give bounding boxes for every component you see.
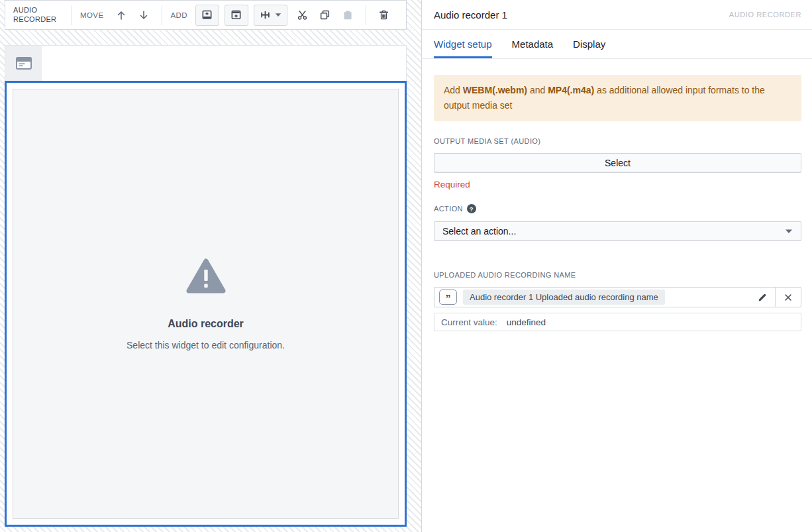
add-group-label: ADD xyxy=(170,11,187,19)
clipboard-icon xyxy=(342,10,353,21)
tab-metadata[interactable]: Metadata xyxy=(512,30,554,58)
selected-widget-canvas: Audio recorder Select this widget to edi… xyxy=(5,81,407,527)
required-error-text: Required xyxy=(434,180,801,189)
current-value-text: undefined xyxy=(507,317,546,327)
workshop-editor: AUDIO RECORDER MOVE ADD xyxy=(0,0,812,532)
paste-button[interactable] xyxy=(338,5,358,25)
warning-triangle-icon xyxy=(185,257,227,295)
widget-instance-title: Audio recorder 1 xyxy=(434,9,507,21)
delete-widget-button[interactable] xyxy=(374,5,394,25)
pencil-icon xyxy=(757,292,768,303)
recording-name-value-chip[interactable]: Audio recorder 1 Uploaded audio recordin… xyxy=(463,290,665,305)
widget-list-tab[interactable] xyxy=(5,46,42,81)
widget-config-panel: Audio recorder 1 AUDIO RECORDER Widget s… xyxy=(421,0,812,532)
toolbar-divider xyxy=(162,5,162,25)
placeholder-subtitle: Select this widget to edit configuration… xyxy=(127,340,285,350)
copy-button[interactable] xyxy=(315,5,335,25)
panel-tabs: Widget setup Metadata Display xyxy=(422,30,812,59)
caret-down-icon xyxy=(785,229,793,234)
cut-button[interactable] xyxy=(293,5,313,25)
move-up-button[interactable] xyxy=(111,5,131,25)
field-label-text: UPLOADED AUDIO RECORDING NAME xyxy=(434,271,576,279)
tab-widget-setup[interactable]: Widget setup xyxy=(434,30,492,58)
canvas-tab-strip xyxy=(5,45,407,81)
recording-name-input-row: ” Audio recorder 1 Uploaded audio record… xyxy=(434,287,801,307)
field-label-text: ACTION xyxy=(434,205,463,213)
add-widget-below-button[interactable] xyxy=(225,5,248,26)
help-icon[interactable] xyxy=(467,204,476,213)
string-literal-icon: ” xyxy=(439,290,457,305)
tab-label: Metadata xyxy=(512,38,554,50)
close-icon xyxy=(784,293,793,302)
tab-label: Widget setup xyxy=(434,38,492,50)
move-group-label: MOVE xyxy=(80,11,103,19)
callout-format-mp4: MP4(.m4a) xyxy=(548,85,594,95)
select-media-set-button[interactable]: Select xyxy=(434,153,801,173)
arrow-up-icon xyxy=(115,9,127,21)
canvas-pane: AUDIO RECORDER MOVE ADD xyxy=(0,0,421,532)
add-row-bottom-icon xyxy=(230,9,242,21)
current-value-row: Current value: undefined xyxy=(434,313,801,331)
widget-toolbar: AUDIO RECORDER MOVE ADD xyxy=(5,0,407,30)
selected-widget-type-label: AUDIO RECORDER xyxy=(13,6,64,25)
clear-value-button[interactable] xyxy=(776,288,801,307)
callout-format-webm: WEBM(.webm) xyxy=(463,85,527,95)
add-widget-above-button[interactable] xyxy=(195,5,219,26)
tab-display[interactable]: Display xyxy=(573,30,605,58)
arrow-down-icon xyxy=(138,9,150,21)
select-button-label: Select xyxy=(605,158,631,168)
widget-setup-content: Add WEBM(.webm) and MP4(.m4a) as additio… xyxy=(422,59,812,331)
field-label-text: OUTPUT MEDIA SET (AUDIO) xyxy=(434,137,540,145)
output-media-set-label: OUTPUT MEDIA SET (AUDIO) xyxy=(434,137,801,145)
add-layout-dropdown-button[interactable] xyxy=(254,5,287,26)
callout-text: and xyxy=(527,85,548,95)
audio-recorder-widget-placeholder[interactable]: Audio recorder Select this widget to edi… xyxy=(13,89,399,519)
placeholder-title: Audio recorder xyxy=(168,318,244,330)
window-panel-icon xyxy=(16,57,32,70)
widget-type-badge: AUDIO RECORDER xyxy=(729,11,801,19)
toolbar-divider xyxy=(72,5,72,25)
move-down-button[interactable] xyxy=(134,5,154,25)
edit-value-button[interactable] xyxy=(750,288,775,307)
tab-label: Display xyxy=(573,38,605,50)
chevron-down-icon xyxy=(275,13,281,17)
add-column-icon xyxy=(260,9,271,21)
format-warning-callout: Add WEBM(.webm) and MP4(.m4a) as additio… xyxy=(434,75,801,121)
callout-text: Add xyxy=(444,85,463,95)
duplicate-icon xyxy=(319,9,330,21)
action-label: ACTION xyxy=(434,204,801,213)
dropdown-selected-value: Select an action... xyxy=(442,226,516,237)
scissors-icon xyxy=(297,9,308,21)
current-value-label: Current value: xyxy=(441,317,497,327)
panel-header: Audio recorder 1 AUDIO RECORDER xyxy=(422,0,812,30)
uploaded-recording-name-label: UPLOADED AUDIO RECORDING NAME xyxy=(434,271,801,279)
add-row-top-icon xyxy=(201,9,213,21)
trash-icon xyxy=(378,9,389,21)
toolbar-divider xyxy=(366,5,366,25)
action-select-dropdown[interactable]: Select an action... xyxy=(434,221,801,241)
